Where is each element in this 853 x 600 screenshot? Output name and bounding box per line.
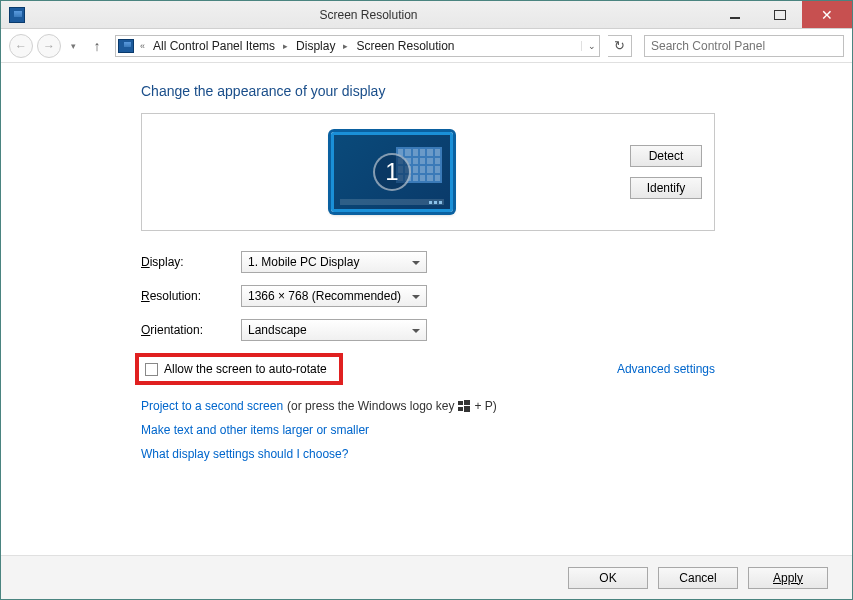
- project-suffix2: + P): [474, 399, 496, 413]
- chevron-icon: ▸: [339, 41, 352, 51]
- text-size-link[interactable]: Make text and other items larger or smal…: [141, 423, 369, 437]
- display-preview-box: 1 Detect Identify: [141, 113, 715, 231]
- advanced-settings-link[interactable]: Advanced settings: [617, 362, 715, 376]
- search-input[interactable]: [644, 35, 844, 57]
- refresh-button[interactable]: ↻: [608, 35, 632, 57]
- svg-rect-1: [464, 400, 470, 405]
- ok-button[interactable]: OK: [568, 567, 648, 589]
- windows-key-icon: [458, 400, 470, 412]
- highlight-box: Allow the screen to auto-rotate: [135, 353, 343, 385]
- orientation-select[interactable]: Landscape: [241, 319, 427, 341]
- project-screen-link[interactable]: Project to a second screen: [141, 399, 283, 413]
- location-icon: [118, 39, 134, 53]
- content-area: Change the appearance of your display 1 …: [1, 63, 852, 555]
- breadcrumb-seg-1[interactable]: Display: [294, 39, 337, 53]
- page-heading: Change the appearance of your display: [141, 83, 852, 99]
- titlebar: Screen Resolution ✕: [1, 1, 852, 29]
- orientation-label: Orientation:: [141, 323, 241, 337]
- resolution-label: Resolution:: [141, 289, 241, 303]
- minimize-button[interactable]: [712, 1, 757, 28]
- chevron-icon: ▸: [279, 41, 292, 51]
- help-link[interactable]: What display settings should I choose?: [141, 447, 348, 461]
- close-button[interactable]: ✕: [802, 1, 852, 28]
- display-select[interactable]: 1. Mobile PC Display: [241, 251, 427, 273]
- detect-button[interactable]: Detect: [630, 145, 702, 167]
- window: Screen Resolution ✕ ← → ▾ ↑ « All Contro…: [0, 0, 853, 600]
- address-bar[interactable]: « All Control Panel Items ▸ Display ▸ Sc…: [115, 35, 600, 57]
- cancel-button[interactable]: Cancel: [658, 567, 738, 589]
- chevron-icon: «: [136, 41, 149, 51]
- display-label: Display:: [141, 255, 241, 269]
- window-title: Screen Resolution: [25, 8, 712, 22]
- nav-toolbar: ← → ▾ ↑ « All Control Panel Items ▸ Disp…: [1, 29, 852, 63]
- svg-rect-2: [458, 407, 463, 411]
- breadcrumb-seg-0[interactable]: All Control Panel Items: [151, 39, 277, 53]
- auto-rotate-checkbox[interactable]: [145, 363, 158, 376]
- dialog-footer: OK Cancel Apply: [1, 555, 852, 599]
- identify-button[interactable]: Identify: [630, 177, 702, 199]
- auto-rotate-label: Allow the screen to auto-rotate: [164, 362, 327, 376]
- apply-button[interactable]: Apply: [748, 567, 828, 589]
- address-dropdown-icon[interactable]: ⌄: [581, 41, 597, 51]
- svg-rect-3: [464, 406, 470, 412]
- up-button[interactable]: ↑: [87, 38, 107, 54]
- back-button[interactable]: ←: [9, 34, 33, 58]
- maximize-button[interactable]: [757, 1, 802, 28]
- history-dropdown[interactable]: ▾: [67, 41, 79, 51]
- forward-button[interactable]: →: [37, 34, 61, 58]
- svg-rect-0: [458, 401, 463, 405]
- breadcrumb-seg-2[interactable]: Screen Resolution: [354, 39, 456, 53]
- monitor-preview[interactable]: 1: [331, 132, 453, 212]
- project-suffix: (or press the Windows logo key: [287, 399, 454, 413]
- resolution-select[interactable]: 1366 × 768 (Recommended): [241, 285, 427, 307]
- window-controls: ✕: [712, 1, 852, 28]
- app-icon: [9, 7, 25, 23]
- monitor-number: 1: [334, 135, 450, 209]
